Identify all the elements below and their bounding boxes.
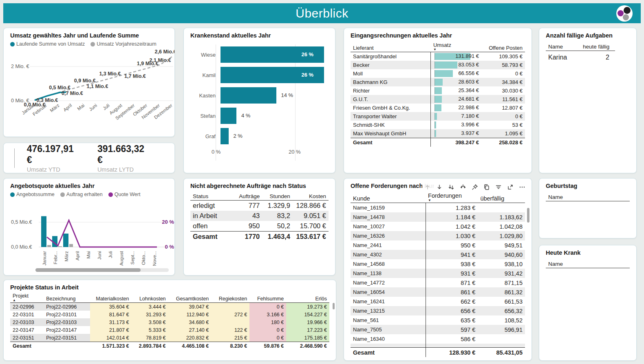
table-row[interactable]: Name_163261.030 €1.029,80 (351, 231, 525, 240)
table-row[interactable]: Name_2441950 €949,51 (351, 240, 525, 250)
table-row[interactable]: Max Weishaupt GmbH3.937 €1.095 € (351, 129, 525, 138)
table-row[interactable]: Name_14772871 €871,15 (351, 278, 525, 287)
umsatz-chart-title: Umsatz gewähltes Jahr und Laufende Summe (10, 32, 168, 39)
krankenstand-plot: Wiese26 %Kamil26 %Kasten14 %Stefan4 %Gra… (190, 44, 329, 161)
table-row[interactable]: 22-03101Proj22-0310181.647 €31.293 €112.… (10, 311, 329, 318)
x-tick: Juli (102, 103, 110, 111)
table-row[interactable]: Name_16054861 €861,32 (351, 287, 525, 297)
x-tick: 20 % (289, 149, 301, 155)
hscrollbar-thumb[interactable] (35, 268, 141, 272)
table-row[interactable]: Becker83.053 €58.793 € (351, 61, 525, 69)
table-row[interactable]: Name_14568938 €938,10 (351, 259, 525, 269)
card-heute-krank: Heute Krank Name (539, 245, 637, 361)
table-row[interactable]: Name_561635 €108,52 (351, 315, 525, 325)
table-row[interactable]: Name_16340586 € (351, 334, 525, 344)
table-row[interactable]: G.U.T.24.681 €11.561 € (351, 95, 525, 104)
table-row[interactable]: Transporter Walter7.180 €0 € (351, 112, 525, 121)
col-header[interactable]: überfällig (478, 192, 525, 203)
col-header[interactable]: Lieferant (351, 41, 431, 52)
col-header[interactable]: Stunden (262, 192, 293, 201)
table-row[interactable]: Name_144781.184 €1.183,62 (351, 212, 525, 222)
filter-icon[interactable] (494, 183, 503, 192)
legend-item[interactable]: Auftrag erhalten (60, 192, 103, 197)
geburtstag-title: Geburtstag (546, 183, 630, 189)
bar-auftrag-erhalten[interactable] (58, 246, 62, 247)
table-row[interactable]: Friesen GmbH & Co.Kg.22.986 €12.807 € (351, 104, 525, 112)
col-header[interactable]: heute fällig (580, 43, 615, 51)
app-logo-icon[interactable] (616, 5, 633, 22)
col-header[interactable]: Name (546, 260, 630, 268)
col-header[interactable]: Offene Posten (481, 41, 525, 52)
col-header[interactable]: Fehlsumme (249, 292, 286, 303)
kpi-accent-bar (14, 148, 15, 168)
col-header[interactable]: Erlös (286, 292, 329, 303)
kpi-value: 391.663,32 € (97, 143, 144, 165)
col-header[interactable]: Lohnkosten (132, 292, 168, 303)
bar[interactable] (221, 128, 229, 144)
table-row[interactable]: in Arbeit4383,29.051 € (190, 211, 329, 221)
legend-item[interactable]: Laufende Summe von Umsatz (10, 41, 85, 47)
table-row[interactable]: Bachmann KG28.603 €34.384 € (351, 78, 525, 86)
data-label: 0,3 Mio.€ (36, 97, 58, 103)
table-row[interactable]: Karina2 (546, 51, 615, 62)
focus-mode-icon[interactable] (506, 183, 515, 192)
col-header-sorted[interactable]: Umsatz▼ (431, 41, 481, 52)
card-umsatz-kpi: 476.197,91 € Umsatz YTD 391.663,32 € Ums… (3, 143, 175, 173)
table-row[interactable]: offen95050,215.700 € (190, 221, 329, 232)
col-header[interactable]: Name (546, 193, 630, 201)
drill-down-icon[interactable] (435, 183, 444, 192)
table-row[interactable]: Name_161591.283 € (351, 203, 525, 213)
table-row[interactable]: Name_16241662 €661,53 (351, 297, 525, 306)
drill-up-icon[interactable] (423, 183, 432, 192)
table-row[interactable]: Richter25.364 €30.030 € (351, 86, 525, 95)
more-options-icon[interactable] (518, 183, 527, 192)
page-title: Überblick (296, 7, 348, 20)
table-row[interactable]: 22-03147Proj22-0314721.807 €5.333 €27.14… (10, 326, 329, 334)
table-row[interactable]: Schmidt-SHK3.996 €53 € (351, 121, 525, 129)
forderungen-vscrollbar[interactable] (527, 208, 529, 223)
table-row[interactable]: Name_4302941 €940,60 (351, 250, 525, 259)
col-header[interactable]: Materialkosten (90, 292, 132, 303)
bar-auftrag-erhalten[interactable] (47, 245, 51, 247)
bar[interactable] (221, 108, 236, 124)
table-row[interactable]: erledigt7771.329,9128.866 € (190, 201, 329, 211)
col-header-sorted[interactable]: Forderungen▼ (426, 192, 478, 203)
col-header[interactable]: Regiekosten (211, 292, 249, 303)
col-header[interactable]: Status (190, 192, 232, 201)
col-header[interactable]: Bezeichnung (44, 292, 90, 303)
bar-angebotssumme[interactable] (41, 216, 46, 247)
expand-all-icon[interactable] (459, 183, 468, 192)
legend-item[interactable]: Angebotssumme (10, 192, 55, 197)
table-row[interactable]: Name_1138931 €931,42 (351, 269, 525, 278)
legend-item[interactable]: Umsatz Vorjahreszeitraum (90, 41, 157, 47)
data-label: 1,3 Mio.€ (99, 71, 121, 77)
table-row[interactable]: Moll66.556 €0 € (351, 69, 525, 78)
projekte-vscrollbar[interactable] (333, 303, 335, 309)
col-header[interactable]: Gesamtkosten (168, 292, 212, 303)
table-row[interactable]: Sanitärgroßhandel131.891 €109.305 € (351, 52, 525, 61)
angebotsquote-hscrollbar[interactable] (35, 268, 169, 272)
copy-icon[interactable] (482, 183, 491, 192)
legend-item[interactable]: Quote Wert (108, 192, 141, 197)
col-header[interactable]: Name (546, 43, 580, 51)
pin-icon[interactable] (470, 183, 479, 192)
col-header[interactable]: Kunde (351, 192, 426, 203)
bar[interactable] (221, 87, 276, 104)
bar-auftrag-erhalten[interactable] (69, 244, 73, 247)
bar-angebotssumme[interactable] (63, 234, 68, 247)
col-header-sorted[interactable]: Projekt▲ (10, 292, 44, 303)
expand-next-level-icon[interactable] (447, 183, 456, 192)
forderungen-table: KundeForderungen▼überfälligName_161591.2… (351, 192, 525, 357)
table-row[interactable]: Name_13215656 €656,32 (351, 306, 525, 315)
data-label: 0,9 Mio.€ (74, 78, 96, 84)
table-row[interactable]: Name_7505597 €596,91 (351, 325, 525, 334)
col-header[interactable]: Aufträge (232, 192, 262, 201)
bar-value-label: 26 % (302, 67, 314, 83)
table-row[interactable]: 22-02996Proj22-0299635.604 €3.444 €39.04… (10, 303, 329, 311)
table-row[interactable]: 22-03103Proj22-0310331.173 €3.508 €34.68… (10, 318, 329, 326)
col-header[interactable]: Kosten (293, 192, 329, 201)
heute-krank-title: Heute Krank (546, 249, 630, 256)
table-row[interactable]: 22-03151Proj22-03151142.014 €78.819 €220… (10, 334, 329, 342)
table-row[interactable]: Name_100271.042 €1.042,08 (351, 222, 525, 231)
legend-label: Auftrag erhalten (66, 192, 103, 197)
